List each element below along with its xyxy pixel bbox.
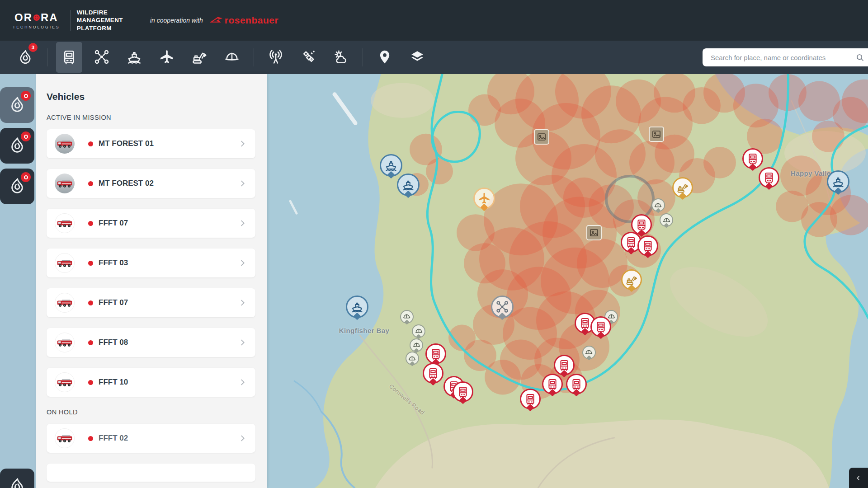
vehicle-card[interactable]: FFFT 03 [47,249,255,277]
platform-line: WILDFIRE [77,9,123,17]
brand-subtitle: TECHNOLOGIES [13,25,60,29]
truck-marker[interactable] [590,316,611,337]
helmet-marker[interactable] [412,324,425,338]
status-dot [88,181,93,186]
search-icon[interactable] [855,53,864,62]
vehicle-thumbnail [55,428,75,448]
chevron-right-icon [237,433,247,443]
truck-marker[interactable] [742,148,763,169]
incident-tile-incident-3[interactable] [0,169,34,204]
fire-truck-icon [429,347,442,360]
toolbar-vehicles-button[interactable] [56,42,82,73]
helmet-marker[interactable] [410,338,423,352]
incident-rail [0,74,36,488]
toolbar-crews-button[interactable] [219,42,245,73]
truck-marker[interactable] [425,343,446,364]
rosenbauer-mark-icon [209,16,223,25]
platform-name: WILDFIRE MANAGEMENT PLATFORM [77,9,123,33]
ship-marker[interactable] [380,154,402,177]
layers-icon [409,49,425,66]
vehicle-card[interactable]: MT FOREST 02 [47,169,255,198]
drone-marker[interactable] [491,296,514,318]
status-dot [88,261,93,266]
toolbar-sensors-button[interactable] [263,42,289,73]
vehicle-card[interactable]: MT FOREST 01 [47,129,255,158]
ship-marker[interactable] [346,296,368,318]
map-control-button[interactable] [849,468,868,488]
incident-status-badge [21,172,31,182]
incident-tile-incident-2[interactable] [0,128,34,164]
ship-icon [384,159,398,172]
vehicle-card[interactable]: FFFT 02 [47,424,255,453]
camera-marker[interactable] [586,225,602,240]
helmet-marker[interactable] [400,310,414,324]
vehicles-panel: Vehicles ACTIVE IN MISSIONMT FOREST 01MT… [36,74,267,488]
helmet-icon [662,216,671,225]
truck-marker[interactable] [520,389,541,409]
incident-status-badge [21,91,31,101]
chevron-right-icon [237,258,247,268]
fire-truck-icon [61,49,77,66]
excavator-icon [625,273,638,286]
toolbar-machinery-button[interactable] [186,42,212,73]
map[interactable]: Happy ValleyKingfisher BayCornwells Road [267,74,868,488]
vehicle-name: FFFT 10 [99,378,128,387]
vehicle-name: FFFT 07 [99,219,128,228]
helmet-marker[interactable] [651,198,665,212]
incident-tile-incident-1[interactable] [0,87,34,123]
camera-image-icon [589,227,599,238]
toolbar-locations-button[interactable] [372,42,398,73]
vehicle-card[interactable]: FFFT 07 [47,288,255,317]
truck-marker[interactable] [542,374,563,394]
vehicle-thumbnail [55,253,75,273]
search-box [703,48,868,66]
toolbar-layers-button[interactable] [404,42,430,73]
weather-icon [333,49,349,66]
incident-tile-partial[interactable] [0,469,34,488]
truck-marker[interactable] [423,363,443,384]
antenna-icon [268,49,284,66]
helmet-icon [654,201,662,210]
vehicle-card[interactable]: FFFT 07 [47,209,255,238]
toolbar-drones-button[interactable] [89,42,115,73]
platform-line: MANAGEMENT [77,16,123,24]
truck-marker[interactable] [566,374,587,394]
status-dot [88,380,93,385]
toolbar-fire-alerts-button[interactable]: 3 [12,42,38,73]
fire-truck-icon [457,385,469,398]
toolbar-weather-button[interactable] [328,42,354,73]
vehicle-card[interactable]: FFFT 10 [47,368,255,397]
excavator-marker[interactable] [672,177,693,198]
vehicle-card[interactable]: FFFT 08 [47,328,255,357]
vehicle-thumbnail [55,293,75,313]
toolbar-ships-button[interactable] [121,42,147,73]
search-input[interactable] [710,53,852,62]
header-divider [70,10,71,31]
truck-marker[interactable] [759,167,779,188]
camera-marker[interactable] [534,129,549,145]
helmet-marker[interactable] [582,346,596,359]
truck-marker[interactable] [453,381,473,402]
excavator-marker[interactable] [621,269,642,290]
toolbar-aircraft-button[interactable] [154,42,180,73]
vehicle-thumbnail [55,213,75,233]
plane-marker[interactable] [473,188,495,209]
fire-truck-icon [558,359,571,371]
excavator-icon [676,181,689,194]
helmet-icon [402,312,411,321]
ship-marker[interactable] [397,174,420,196]
ring-icon [24,175,28,179]
orora-dot-icon [33,14,40,21]
fire-truck-icon [746,152,759,165]
brand-text-left: OR [14,11,33,24]
vehicle-card-partial[interactable] [47,464,255,482]
toolbar-satellites-button[interactable] [295,42,321,73]
drone-icon [94,49,110,66]
camera-marker[interactable] [649,127,664,142]
ship-marker[interactable] [827,170,849,193]
helmet-marker[interactable] [660,213,673,227]
plane-icon [159,49,175,66]
truck-marker[interactable] [554,355,575,375]
helmet-marker[interactable] [406,352,419,365]
truck-marker[interactable] [637,235,658,256]
